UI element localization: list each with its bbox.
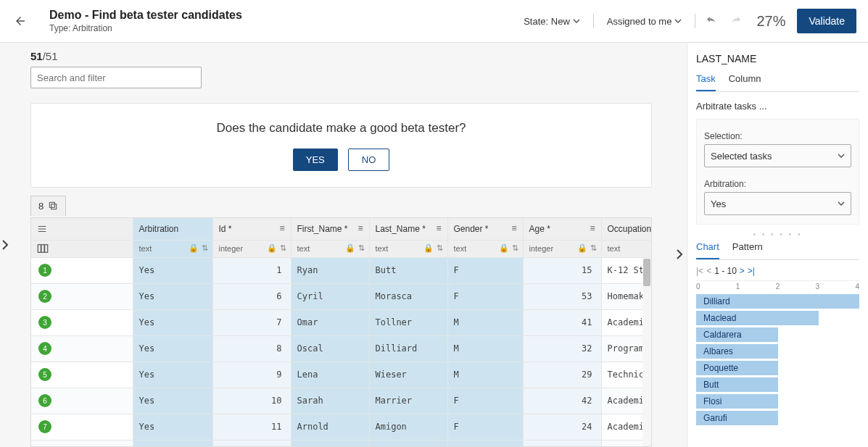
cell-first-name: Lena: [291, 362, 369, 388]
scrollbar-thumb[interactable]: [643, 259, 650, 286]
row-index-cell: 1: [31, 257, 133, 283]
table-row[interactable]: 1Yes1RyanButtF15K-12 Stu: [31, 257, 652, 283]
column-menu-icon[interactable]: ≡: [590, 223, 595, 233]
chart-bar-row[interactable]: Garufi: [696, 410, 859, 426]
lock-icon: 🔒: [267, 243, 277, 253]
sort-icon[interactable]: ⇅: [202, 243, 208, 253]
main-column: 51/51 Does the candidate make a good bet…: [10, 43, 672, 447]
table-row[interactable]: 7Yes11ArnoldAmigonF24Academic: [31, 414, 652, 440]
svg-rect-1: [50, 202, 55, 207]
row-badge: 4: [38, 342, 51, 355]
chevron-down-icon: [674, 17, 682, 25]
chart-bar-label: Butt: [696, 380, 719, 390]
chart-bar-row[interactable]: Dilliard: [696, 293, 859, 309]
table-row[interactable]: 5Yes9LenaWieserM29Technica: [31, 362, 652, 388]
sort-icon[interactable]: ⇅: [358, 243, 365, 253]
cell-gender: M: [447, 362, 523, 388]
col-header-first-name[interactable]: First_Name *≡: [291, 218, 369, 240]
chevron-down-icon: [838, 152, 845, 159]
chevron-right-icon: [1, 240, 9, 250]
columns-icon[interactable]: [37, 243, 49, 254]
tab-column[interactable]: Column: [729, 73, 761, 91]
expand-right-button[interactable]: [676, 249, 683, 259]
cell-last-name: Morasca: [369, 283, 447, 309]
subtab-pattern[interactable]: Pattern: [732, 241, 763, 259]
table-row[interactable]: 4Yes8OscalDilliardM32Programm: [31, 335, 652, 362]
tab-selected-count[interactable]: 8: [30, 196, 66, 216]
selection-block: Selection: Selected tasks Arbitration: Y…: [696, 119, 859, 225]
cell-gender: M: [447, 440, 523, 447]
column-menu-icon[interactable]: ≡: [357, 223, 363, 233]
sort-icon[interactable]: ⇅: [280, 243, 286, 253]
chart-bar-row[interactable]: Flosi: [696, 393, 859, 409]
chart-bar-label: Poquette: [696, 363, 738, 373]
chart-bar-label: Flosi: [696, 396, 722, 406]
col-header-id[interactable]: Id *≡: [212, 218, 291, 240]
chart-bar-row[interactable]: Poquette: [696, 360, 859, 376]
cell-age: 42: [523, 388, 601, 414]
vertical-scrollbar[interactable]: [642, 259, 651, 446]
cell-first-name: Omar: [291, 309, 369, 335]
chart-bar-row[interactable]: Butt: [696, 377, 859, 393]
col-header-arbitration[interactable]: Arbitration: [133, 218, 212, 240]
chart-bar-row[interactable]: Albares: [696, 343, 859, 359]
col-header-index[interactable]: [31, 218, 133, 240]
cell-id: 13: [212, 440, 291, 447]
col-type-arbitration: text🔒⇅: [133, 240, 212, 257]
table-row[interactable]: 8Yes13AmadeusCaldareraM45Academic: [31, 440, 652, 447]
subtab-chart[interactable]: Chart: [696, 241, 719, 259]
redo-icon: [729, 14, 743, 28]
chart-bar-row[interactable]: Caldarera: [696, 327, 859, 343]
table-row[interactable]: 3Yes7OmarTollnerM41Academic: [31, 309, 652, 335]
page-next-button[interactable]: >: [740, 266, 745, 276]
col-type-last-name: text🔒⇅: [369, 240, 447, 257]
row-badge: 6: [38, 394, 51, 407]
lock-icon: 🔒: [499, 243, 509, 253]
page-last-button[interactable]: >|: [748, 266, 755, 276]
row-badge: 5: [38, 368, 51, 381]
validate-button[interactable]: Validate: [797, 9, 856, 33]
table-row[interactable]: 2Yes6CyrilMorascaF53Homemake: [31, 283, 652, 309]
row-index-cell: 2: [31, 283, 133, 309]
back-button[interactable]: [0, 0, 41, 43]
sort-icon[interactable]: ⇅: [512, 243, 518, 253]
undo-button[interactable]: [703, 14, 720, 28]
state-dropdown[interactable]: State: New: [518, 16, 586, 27]
sort-icon[interactable]: ⇅: [590, 243, 597, 253]
tab-task[interactable]: Task: [696, 73, 716, 91]
answer-yes-button[interactable]: YES: [293, 149, 338, 171]
search-input[interactable]: [30, 67, 202, 88]
side-panel-title: LAST_NAME: [696, 53, 859, 64]
redo-button[interactable]: [727, 14, 745, 28]
column-menu-icon[interactable]: ≡: [436, 223, 441, 233]
sort-icon[interactable]: ⇅: [437, 243, 443, 253]
cell-last-name: Tollner: [369, 309, 447, 335]
cell-gender: M: [447, 335, 523, 362]
menu-icon: [37, 224, 47, 234]
selection-dropdown[interactable]: Selected tasks: [704, 144, 851, 167]
page-prev-button[interactable]: <: [706, 266, 711, 276]
expand-left-button[interactable]: [1, 240, 9, 250]
col-header-gender[interactable]: Gender *≡: [447, 218, 523, 240]
column-menu-icon[interactable]: ≡: [511, 223, 516, 233]
svg-rect-2: [38, 245, 41, 253]
cell-first-name: Arnold: [291, 414, 369, 440]
column-menu-icon[interactable]: ≡: [279, 223, 284, 233]
row-index-cell: 3: [31, 309, 133, 335]
col-header-last-name[interactable]: Last_Name *≡: [369, 218, 447, 240]
assigned-dropdown[interactable]: Assigned to me: [601, 16, 688, 27]
chart-bar-label: Garufi: [696, 413, 727, 423]
page-first-button[interactable]: |<: [696, 266, 703, 276]
col-header-occupation[interactable]: Occupation: [601, 218, 652, 240]
row-index-cell: 4: [31, 335, 133, 362]
chart-bar-row[interactable]: Maclead: [696, 310, 859, 326]
arbitration-dropdown[interactable]: Yes: [704, 192, 851, 215]
col-header-age[interactable]: Age *≡: [523, 218, 601, 240]
drag-handle[interactable]: • • • • • •: [696, 230, 859, 238]
question-text: Does the candidate make a good beta test…: [38, 121, 644, 135]
cell-arbitration: Yes: [133, 388, 212, 414]
svg-rect-3: [41, 245, 44, 253]
answer-no-button[interactable]: NO: [348, 149, 390, 171]
cell-last-name: Caldarera: [369, 440, 447, 447]
table-row[interactable]: 6Yes10SarahMarrierF42Academic: [31, 388, 652, 414]
